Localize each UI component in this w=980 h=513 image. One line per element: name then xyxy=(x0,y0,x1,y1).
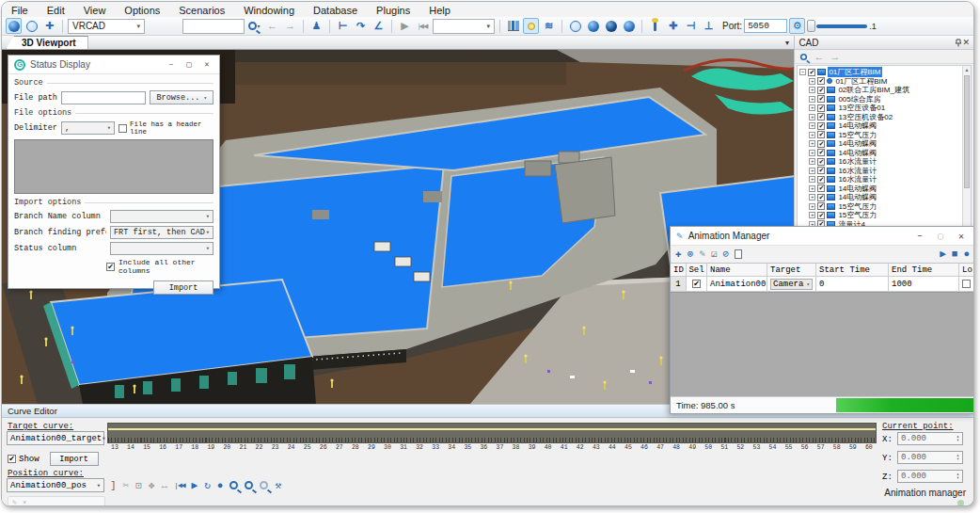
cell-end-time[interactable]: 1000 xyxy=(889,277,959,291)
select-all-button[interactable]: ☑ xyxy=(711,249,718,260)
tree-item[interactable]: +✔16水流量计 xyxy=(809,175,971,184)
port-input[interactable]: 5050 xyxy=(744,19,787,33)
wireframe-globe-button[interactable] xyxy=(567,18,583,34)
waves-button[interactable]: ≋ xyxy=(541,18,557,34)
row-sel-checkbox[interactable]: ✔ xyxy=(692,280,701,288)
maximize-button[interactable]: ▢ xyxy=(182,59,196,70)
record-icon[interactable]: ● xyxy=(217,480,224,491)
edit-button[interactable]: ✎ xyxy=(699,249,705,260)
shaded-globe-button[interactable] xyxy=(585,18,601,34)
position-curve-combo[interactable]: Animation00_pos▾ xyxy=(7,478,104,492)
expander-icon[interactable]: + xyxy=(809,203,815,210)
tree-checkbox[interactable]: ✔ xyxy=(817,176,825,184)
lamp-button[interactable] xyxy=(647,18,663,34)
tools-icon[interactable]: ⚒ xyxy=(275,479,281,491)
tree-checkbox[interactable]: ✔ xyxy=(817,87,825,94)
expander-icon[interactable]: − xyxy=(799,69,806,75)
tree-checkbox[interactable]: ✔ xyxy=(817,158,825,166)
expander-icon[interactable]: + xyxy=(809,158,815,165)
expander-icon[interactable]: + xyxy=(809,78,815,85)
clipboard-icon[interactable] xyxy=(735,249,742,259)
clip-bottom-button[interactable]: ⊥ xyxy=(701,18,717,34)
globe-button-1[interactable] xyxy=(6,18,22,34)
search-icon[interactable] xyxy=(800,53,807,59)
row-loop-checkbox[interactable] xyxy=(962,280,971,288)
tree-item[interactable]: +✔15空气压力 xyxy=(809,202,971,212)
tab-list-dropdown[interactable]: ▾ xyxy=(785,39,789,47)
cell-start-time[interactable]: 0 xyxy=(816,277,889,291)
menu-options[interactable]: Options xyxy=(124,5,160,16)
bracket-icon[interactable]: ] xyxy=(110,480,117,491)
expander-icon[interactable]: + xyxy=(809,140,815,147)
table-row[interactable]: 1 ✔ Animation00 Camera▾ 0 1000 xyxy=(671,277,974,292)
expander-icon[interactable]: + xyxy=(809,185,815,192)
tree-checkbox[interactable]: ✔ xyxy=(817,167,825,174)
play-animation-button[interactable]: ▶ xyxy=(940,249,946,260)
search-input[interactable] xyxy=(182,19,245,34)
dialog-title-bar[interactable]: G Status Display – ▢ ✕ xyxy=(8,56,219,74)
stop-animation-button[interactable]: ■ xyxy=(952,249,958,260)
tree-item[interactable]: +✔02联合工房BIM_建筑 xyxy=(809,86,971,95)
tree-checkbox[interactable]: ✔ xyxy=(817,184,825,192)
deselect-all-button[interactable]: ⊘ xyxy=(723,249,730,260)
expander-icon[interactable]: + xyxy=(809,96,815,103)
cross-section-button[interactable]: ✚ xyxy=(665,18,681,34)
play-icon[interactable]: ▶ xyxy=(192,479,198,491)
curve-tool-button[interactable]: ↷ xyxy=(353,18,369,34)
scenario-combo[interactable]: ▾ xyxy=(433,19,495,34)
horizontal-scale-icon[interactable]: ↔ xyxy=(161,480,167,491)
minimize-button[interactable]: – xyxy=(912,231,927,241)
column-header[interactable]: End Time xyxy=(889,264,959,276)
column-header[interactable]: Target xyxy=(767,264,816,276)
zoom-fit-icon[interactable] xyxy=(245,481,253,489)
include-columns-checkbox[interactable]: ✔ xyxy=(106,263,115,271)
expander-icon[interactable]: + xyxy=(809,150,815,156)
expander-icon[interactable]: + xyxy=(809,176,815,183)
tree-checkbox[interactable]: ✔ xyxy=(817,131,825,138)
column-header[interactable]: Start Time xyxy=(816,264,889,276)
anim-title-bar[interactable]: ✎ Animation Manager – ▢ ✕ xyxy=(671,227,974,246)
tab-3d-viewport[interactable]: 3D Viewport xyxy=(6,36,88,49)
menu-help[interactable]: Help xyxy=(429,5,450,16)
snap-icon[interactable]: ⊡ xyxy=(135,479,142,491)
tree-checkbox[interactable]: ✔ xyxy=(817,202,825,210)
tree-checkbox[interactable]: ✔ xyxy=(817,140,825,148)
tree-item[interactable]: +✔14电动蝶阀 xyxy=(809,193,971,202)
file-path-input[interactable] xyxy=(61,91,147,104)
tree-item[interactable]: +✔14电动蝶阀 xyxy=(809,184,971,194)
menu-file[interactable]: File xyxy=(11,5,28,16)
import-button[interactable]: Import xyxy=(153,281,213,295)
menu-scenarios[interactable]: Scenarios xyxy=(179,5,225,16)
y-spinner[interactable]: 0.000▴▾ xyxy=(897,451,963,464)
tree-item[interactable]: +✔15空气压力 xyxy=(809,211,971,220)
tree-checkbox[interactable]: ✔ xyxy=(808,69,815,76)
timeline-ruler[interactable]: 1314151617181920212223242526272829303132… xyxy=(107,444,877,456)
zoom-out-icon[interactable] xyxy=(260,481,268,489)
rewind-icon[interactable]: |◀◀ xyxy=(174,481,184,489)
show-checkbox[interactable]: ✔ xyxy=(8,455,16,463)
column-header[interactable]: Name xyxy=(707,264,767,276)
search-button[interactable]: ▾ xyxy=(246,18,262,34)
tree-item[interactable]: +✔14电动蝶阀 xyxy=(809,139,971,149)
play-button[interactable]: ▶ xyxy=(397,18,413,34)
textured-globe-button[interactable] xyxy=(621,18,637,34)
avatar-button[interactable]: ♟ xyxy=(308,18,324,34)
close-icon[interactable]: ✕ xyxy=(962,38,970,47)
slider-thumb[interactable] xyxy=(807,20,815,32)
z-spinner[interactable]: 0.000▴▾ xyxy=(897,470,963,483)
add-animation-button[interactable]: ✚ xyxy=(675,249,682,260)
tree-item[interactable]: +✔005综合库房 xyxy=(809,95,971,104)
status-column-combo[interactable]: ▾ xyxy=(110,242,213,255)
target-button[interactable]: ✚ xyxy=(41,18,57,34)
scroll-thumb[interactable] xyxy=(964,75,970,188)
expander-icon[interactable]: + xyxy=(809,132,815,138)
scroll-up-icon[interactable]: ▲ xyxy=(963,66,971,72)
tree-item[interactable]: +✔14电动蝶阀 xyxy=(809,121,971,131)
measure-start-button[interactable]: ⊢ xyxy=(335,18,351,34)
angle-tool-button[interactable]: ∠ xyxy=(371,18,387,34)
globe-button-2[interactable] xyxy=(24,18,40,34)
branch-name-combo[interactable]: ▾ xyxy=(110,210,213,223)
loop-icon[interactable]: ↻ xyxy=(204,479,211,491)
target-curve-combo[interactable]: Animation00_target▾ xyxy=(7,431,104,445)
tree-checkbox[interactable]: ✔ xyxy=(817,122,825,130)
